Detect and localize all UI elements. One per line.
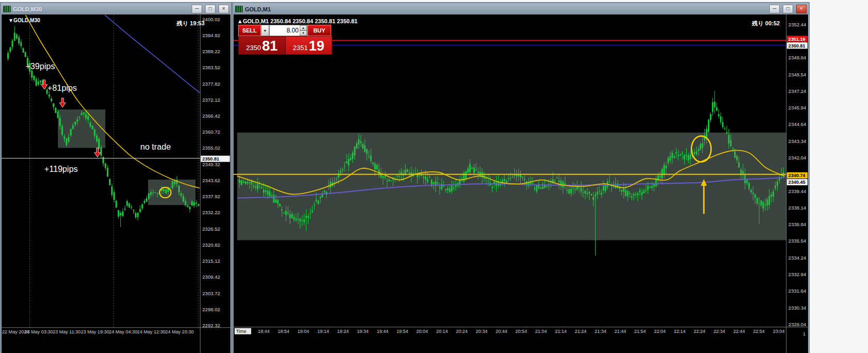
svg-text:2366.42: 2366.42	[203, 113, 221, 119]
svg-text:2336.84: 2336.84	[788, 221, 807, 227]
chart-window-icon	[3, 6, 11, 12]
window-title: GOLD,M30	[13, 6, 189, 12]
svg-text:2372.12: 2372.12	[203, 97, 221, 103]
minimize-button[interactable]: ─	[769, 5, 780, 13]
svg-text:2335.54: 2335.54	[788, 238, 807, 244]
svg-text:2309.42: 2309.42	[203, 274, 221, 280]
lot-dropdown-button[interactable]: ▼	[261, 25, 269, 36]
svg-text:2303.72: 2303.72	[203, 291, 221, 296]
svg-text:22:54: 22:54	[753, 329, 765, 334]
svg-text:2330.34: 2330.34	[788, 305, 807, 311]
svg-text:21:34: 21:34	[595, 329, 607, 334]
svg-text:2332.94: 2332.94	[788, 271, 807, 277]
svg-text:18:44: 18:44	[258, 329, 270, 334]
svg-text:21:14: 21:14	[555, 329, 567, 334]
svg-text:残り 19:53: 残り 19:53	[176, 20, 205, 27]
sell-button[interactable]: SELL	[238, 25, 261, 36]
svg-text:2343.34: 2343.34	[788, 138, 807, 144]
svg-text:21:54: 21:54	[634, 329, 646, 334]
svg-text:+119pips: +119pips	[44, 164, 78, 173]
svg-text:2394.92: 2394.92	[203, 33, 221, 38]
svg-text:2352.44: 2352.44	[788, 22, 807, 27]
svg-text:24 May 04:30: 24 May 04:30	[109, 329, 137, 334]
svg-text:24 May 12:30: 24 May 12:30	[137, 329, 165, 334]
svg-text:20:04: 20:04	[416, 329, 428, 334]
gold-m1-chart-area[interactable]: 2352.442351.142349.842348.542347.242345.…	[234, 14, 808, 353]
sell-quote[interactable]: 235081	[239, 37, 286, 54]
svg-text:2355.02: 2355.02	[203, 146, 221, 151]
svg-text:19:44: 19:44	[377, 329, 389, 334]
svg-text:19:34: 19:34	[357, 329, 369, 334]
svg-text:22:04: 22:04	[654, 329, 666, 334]
svg-text:▼GOLD,M30: ▼GOLD,M30	[8, 18, 40, 23]
svg-text:2298.02: 2298.02	[203, 307, 221, 312]
svg-text:19:24: 19:24	[337, 329, 349, 334]
gold-m30-titlebar[interactable]: GOLD,M30 ─ □ ×	[2, 4, 230, 14]
gold-m30-chart-area[interactable]: 2400.022394.922389.222383.522377.822372.…	[2, 14, 230, 353]
buy-button[interactable]: BUY	[307, 25, 331, 36]
svg-text:2350.81: 2350.81	[788, 43, 805, 49]
svg-text:22:44: 22:44	[733, 329, 745, 334]
svg-text:2377.82: 2377.82	[203, 81, 221, 87]
svg-text:2348.54: 2348.54	[788, 72, 807, 77]
svg-text:+81pips: +81pips	[48, 83, 77, 92]
svg-text:2351.19: 2351.19	[788, 37, 805, 42]
annotations-layer: ▼GOLD,M30残り 19:53+39pips+81pips+119pipsn…	[8, 18, 205, 198]
close-button[interactable]: ×	[219, 5, 229, 13]
svg-text:2339.44: 2339.44	[788, 188, 807, 194]
svg-text:20:54: 20:54	[516, 329, 528, 334]
lot-increase-button[interactable]: ▲	[300, 25, 307, 30]
buy-quote[interactable]: 235119	[286, 37, 332, 54]
close-button[interactable]: ×	[796, 5, 807, 13]
minimize-button[interactable]: ─	[192, 5, 202, 13]
svg-text:2326.52: 2326.52	[203, 226, 221, 232]
buy-price-pips: 19	[309, 39, 324, 53]
svg-text:2292.32: 2292.32	[203, 323, 221, 328]
maximize-button[interactable]: □	[205, 5, 215, 13]
svg-text:21:04: 21:04	[535, 329, 547, 334]
svg-text:2329.04: 2329.04	[788, 322, 807, 327]
maximize-button[interactable]: □	[783, 5, 793, 13]
svg-text:21:24: 21:24	[575, 329, 587, 334]
svg-text:23:04: 23:04	[773, 329, 785, 334]
svg-text:2337.92: 2337.92	[203, 194, 221, 199]
svg-text:2344.64: 2344.64	[788, 121, 807, 127]
gold-m30-window: GOLD,M30 ─ □ × 2400.022394.922389.222383…	[1, 3, 231, 353]
svg-text:23 May 03:30: 23 May 03:30	[24, 329, 53, 334]
svg-text:2349.32: 2349.32	[203, 162, 221, 167]
lot-size-input[interactable]	[270, 25, 300, 36]
svg-text:2342.04: 2342.04	[788, 155, 807, 161]
svg-text:+39pips: +39pips	[25, 61, 55, 71]
svg-text:2349.84: 2349.84	[788, 55, 807, 60]
svg-text:残り 00:52: 残り 00:52	[752, 20, 780, 27]
gold-m1-titlebar[interactable]: GOLD,M1 ─ □ ×	[234, 4, 808, 14]
svg-text:18:54: 18:54	[277, 329, 289, 334]
svg-text:22:34: 22:34	[714, 329, 725, 334]
gold-m30-price-chart[interactable]: 2400.022394.922389.222383.522377.822372.…	[2, 14, 230, 353]
svg-text:20:14: 20:14	[436, 329, 448, 334]
svg-text:no trade: no trade	[140, 142, 171, 151]
svg-text:2389.22: 2389.22	[203, 49, 221, 54]
svg-text:2360.72: 2360.72	[203, 129, 221, 135]
svg-text:19:04: 19:04	[298, 329, 309, 334]
svg-text:2350.81: 2350.81	[203, 156, 220, 162]
gold-m1-price-chart[interactable]: 2352.442351.142349.842348.542347.242345.…	[234, 14, 808, 353]
chart-window-icon	[235, 6, 243, 12]
svg-text:1: 1	[803, 331, 805, 336]
svg-text:Time: Time	[236, 329, 246, 334]
svg-text:2320.82: 2320.82	[203, 242, 221, 248]
svg-text:2400.02: 2400.02	[203, 17, 221, 22]
lot-spinner: ▲ ▼	[300, 25, 307, 36]
svg-text:2383.52: 2383.52	[203, 65, 221, 70]
svg-text:20:34: 20:34	[476, 329, 488, 334]
svg-text:2334.24: 2334.24	[788, 255, 807, 261]
svg-text:2345.94: 2345.94	[788, 105, 807, 110]
lot-decrease-button[interactable]: ▼	[300, 30, 307, 36]
svg-text:23 May 19:30: 23 May 19:30	[81, 329, 109, 334]
svg-text:2340.45: 2340.45	[788, 180, 805, 185]
gold-m1-window: GOLD,M1 ─ □ × 2352.442351.142349.842348.…	[233, 3, 809, 353]
svg-text:2315.12: 2315.12	[203, 258, 221, 264]
sell-price-pips: 81	[262, 39, 277, 53]
svg-text:2347.24: 2347.24	[788, 88, 807, 94]
svg-text:19:14: 19:14	[317, 329, 329, 334]
